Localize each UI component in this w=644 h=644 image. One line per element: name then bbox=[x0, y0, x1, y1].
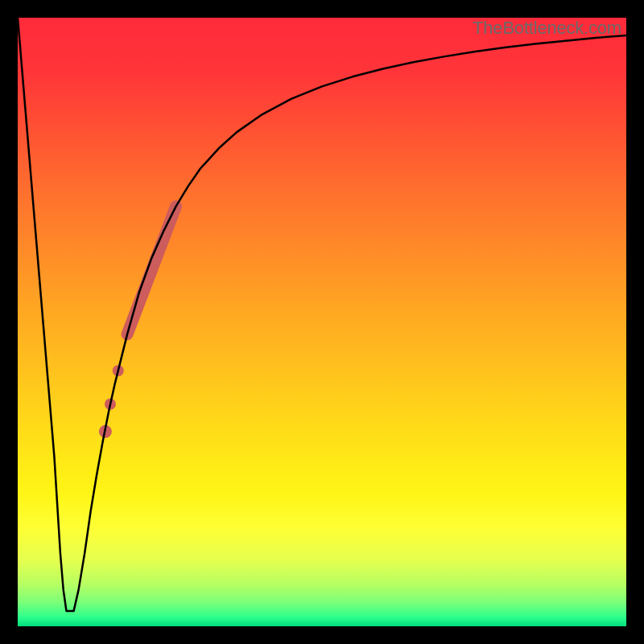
chart-frame: TheBottleneck.com bbox=[0, 0, 644, 644]
watermark-text: TheBottleneck.com bbox=[473, 18, 621, 39]
bottleneck-curve bbox=[18, 18, 626, 611]
curve-layer bbox=[18, 18, 626, 626]
plot-area: TheBottleneck.com bbox=[18, 18, 626, 626]
highlight-band bbox=[127, 206, 175, 334]
